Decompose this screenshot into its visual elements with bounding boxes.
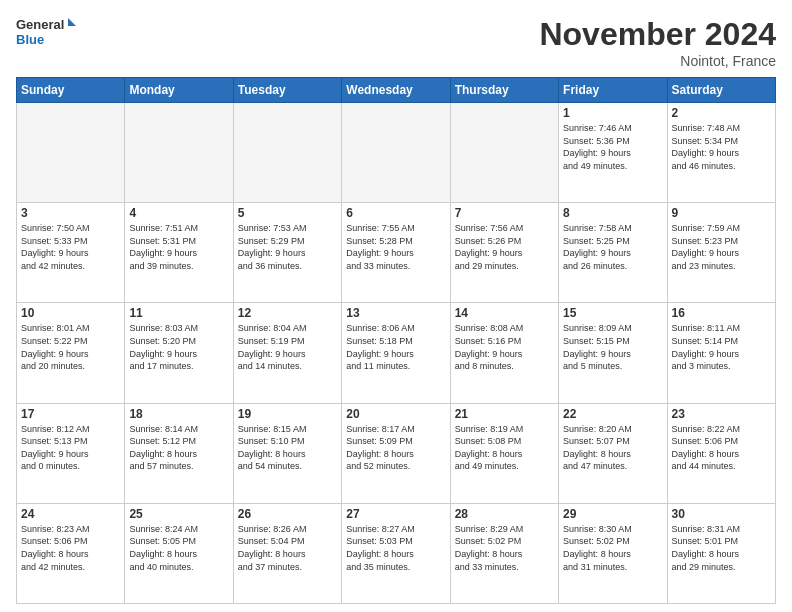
day-number: 25 (129, 507, 228, 521)
calendar-cell: 5Sunrise: 7:53 AM Sunset: 5:29 PM Daylig… (233, 203, 341, 303)
calendar-table: Sunday Monday Tuesday Wednesday Thursday… (16, 77, 776, 604)
calendar-cell: 30Sunrise: 8:31 AM Sunset: 5:01 PM Dayli… (667, 503, 775, 603)
col-wednesday: Wednesday (342, 78, 450, 103)
calendar-cell: 6Sunrise: 7:55 AM Sunset: 5:28 PM Daylig… (342, 203, 450, 303)
day-number: 8 (563, 206, 662, 220)
day-info: Sunrise: 7:53 AM Sunset: 5:29 PM Dayligh… (238, 222, 337, 272)
day-info: Sunrise: 8:12 AM Sunset: 5:13 PM Dayligh… (21, 423, 120, 473)
calendar-cell: 26Sunrise: 8:26 AM Sunset: 5:04 PM Dayli… (233, 503, 341, 603)
day-number: 17 (21, 407, 120, 421)
day-number: 9 (672, 206, 771, 220)
day-number: 6 (346, 206, 445, 220)
day-info: Sunrise: 8:30 AM Sunset: 5:02 PM Dayligh… (563, 523, 662, 573)
day-number: 11 (129, 306, 228, 320)
location: Nointot, France (539, 53, 776, 69)
calendar-cell: 2Sunrise: 7:48 AM Sunset: 5:34 PM Daylig… (667, 103, 775, 203)
week-row-2: 3Sunrise: 7:50 AM Sunset: 5:33 PM Daylig… (17, 203, 776, 303)
month-title: November 2024 (539, 16, 776, 53)
day-info: Sunrise: 8:31 AM Sunset: 5:01 PM Dayligh… (672, 523, 771, 573)
day-info: Sunrise: 7:59 AM Sunset: 5:23 PM Dayligh… (672, 222, 771, 272)
day-info: Sunrise: 8:04 AM Sunset: 5:19 PM Dayligh… (238, 322, 337, 372)
day-info: Sunrise: 8:22 AM Sunset: 5:06 PM Dayligh… (672, 423, 771, 473)
day-info: Sunrise: 8:20 AM Sunset: 5:07 PM Dayligh… (563, 423, 662, 473)
day-info: Sunrise: 7:58 AM Sunset: 5:25 PM Dayligh… (563, 222, 662, 272)
svg-text:Blue: Blue (16, 32, 44, 47)
day-info: Sunrise: 8:11 AM Sunset: 5:14 PM Dayligh… (672, 322, 771, 372)
calendar-cell (342, 103, 450, 203)
calendar-cell: 9Sunrise: 7:59 AM Sunset: 5:23 PM Daylig… (667, 203, 775, 303)
day-number: 10 (21, 306, 120, 320)
calendar-cell (125, 103, 233, 203)
calendar-cell: 4Sunrise: 7:51 AM Sunset: 5:31 PM Daylig… (125, 203, 233, 303)
calendar-cell: 15Sunrise: 8:09 AM Sunset: 5:15 PM Dayli… (559, 303, 667, 403)
day-number: 23 (672, 407, 771, 421)
svg-marker-2 (68, 18, 76, 26)
day-number: 2 (672, 106, 771, 120)
day-info: Sunrise: 8:26 AM Sunset: 5:04 PM Dayligh… (238, 523, 337, 573)
day-number: 12 (238, 306, 337, 320)
day-info: Sunrise: 7:51 AM Sunset: 5:31 PM Dayligh… (129, 222, 228, 272)
calendar-cell: 21Sunrise: 8:19 AM Sunset: 5:08 PM Dayli… (450, 403, 558, 503)
calendar-header-row: Sunday Monday Tuesday Wednesday Thursday… (17, 78, 776, 103)
day-number: 16 (672, 306, 771, 320)
day-number: 29 (563, 507, 662, 521)
day-number: 15 (563, 306, 662, 320)
calendar-cell: 12Sunrise: 8:04 AM Sunset: 5:19 PM Dayli… (233, 303, 341, 403)
title-block: November 2024 Nointot, France (539, 16, 776, 69)
day-number: 7 (455, 206, 554, 220)
day-number: 3 (21, 206, 120, 220)
calendar-cell: 7Sunrise: 7:56 AM Sunset: 5:26 PM Daylig… (450, 203, 558, 303)
day-info: Sunrise: 7:56 AM Sunset: 5:26 PM Dayligh… (455, 222, 554, 272)
week-row-1: 1Sunrise: 7:46 AM Sunset: 5:36 PM Daylig… (17, 103, 776, 203)
calendar-cell: 10Sunrise: 8:01 AM Sunset: 5:22 PM Dayli… (17, 303, 125, 403)
day-number: 20 (346, 407, 445, 421)
logo: General Blue (16, 16, 76, 52)
day-number: 30 (672, 507, 771, 521)
calendar-cell: 27Sunrise: 8:27 AM Sunset: 5:03 PM Dayli… (342, 503, 450, 603)
calendar-cell: 14Sunrise: 8:08 AM Sunset: 5:16 PM Dayli… (450, 303, 558, 403)
calendar-cell: 13Sunrise: 8:06 AM Sunset: 5:18 PM Dayli… (342, 303, 450, 403)
calendar-cell: 24Sunrise: 8:23 AM Sunset: 5:06 PM Dayli… (17, 503, 125, 603)
col-friday: Friday (559, 78, 667, 103)
day-info: Sunrise: 7:46 AM Sunset: 5:36 PM Dayligh… (563, 122, 662, 172)
day-info: Sunrise: 7:48 AM Sunset: 5:34 PM Dayligh… (672, 122, 771, 172)
week-row-4: 17Sunrise: 8:12 AM Sunset: 5:13 PM Dayli… (17, 403, 776, 503)
calendar-cell: 11Sunrise: 8:03 AM Sunset: 5:20 PM Dayli… (125, 303, 233, 403)
logo-svg: General Blue (16, 16, 76, 52)
day-number: 1 (563, 106, 662, 120)
calendar-cell (17, 103, 125, 203)
col-sunday: Sunday (17, 78, 125, 103)
col-thursday: Thursday (450, 78, 558, 103)
day-info: Sunrise: 8:15 AM Sunset: 5:10 PM Dayligh… (238, 423, 337, 473)
day-info: Sunrise: 8:19 AM Sunset: 5:08 PM Dayligh… (455, 423, 554, 473)
col-tuesday: Tuesday (233, 78, 341, 103)
day-info: Sunrise: 8:14 AM Sunset: 5:12 PM Dayligh… (129, 423, 228, 473)
day-number: 21 (455, 407, 554, 421)
calendar-cell: 25Sunrise: 8:24 AM Sunset: 5:05 PM Dayli… (125, 503, 233, 603)
day-info: Sunrise: 8:09 AM Sunset: 5:15 PM Dayligh… (563, 322, 662, 372)
calendar-cell (233, 103, 341, 203)
week-row-5: 24Sunrise: 8:23 AM Sunset: 5:06 PM Dayli… (17, 503, 776, 603)
calendar-cell: 22Sunrise: 8:20 AM Sunset: 5:07 PM Dayli… (559, 403, 667, 503)
calendar-cell: 19Sunrise: 8:15 AM Sunset: 5:10 PM Dayli… (233, 403, 341, 503)
day-number: 28 (455, 507, 554, 521)
day-info: Sunrise: 8:27 AM Sunset: 5:03 PM Dayligh… (346, 523, 445, 573)
calendar-cell: 23Sunrise: 8:22 AM Sunset: 5:06 PM Dayli… (667, 403, 775, 503)
calendar-cell (450, 103, 558, 203)
svg-text:General: General (16, 17, 64, 32)
day-info: Sunrise: 7:50 AM Sunset: 5:33 PM Dayligh… (21, 222, 120, 272)
day-info: Sunrise: 8:23 AM Sunset: 5:06 PM Dayligh… (21, 523, 120, 573)
page: General Blue November 2024 Nointot, Fran… (0, 0, 792, 612)
calendar-cell: 29Sunrise: 8:30 AM Sunset: 5:02 PM Dayli… (559, 503, 667, 603)
calendar-cell: 16Sunrise: 8:11 AM Sunset: 5:14 PM Dayli… (667, 303, 775, 403)
day-number: 26 (238, 507, 337, 521)
calendar-cell: 1Sunrise: 7:46 AM Sunset: 5:36 PM Daylig… (559, 103, 667, 203)
day-info: Sunrise: 7:55 AM Sunset: 5:28 PM Dayligh… (346, 222, 445, 272)
day-number: 27 (346, 507, 445, 521)
day-info: Sunrise: 8:08 AM Sunset: 5:16 PM Dayligh… (455, 322, 554, 372)
day-info: Sunrise: 8:01 AM Sunset: 5:22 PM Dayligh… (21, 322, 120, 372)
week-row-3: 10Sunrise: 8:01 AM Sunset: 5:22 PM Dayli… (17, 303, 776, 403)
day-number: 13 (346, 306, 445, 320)
day-info: Sunrise: 8:06 AM Sunset: 5:18 PM Dayligh… (346, 322, 445, 372)
day-number: 22 (563, 407, 662, 421)
